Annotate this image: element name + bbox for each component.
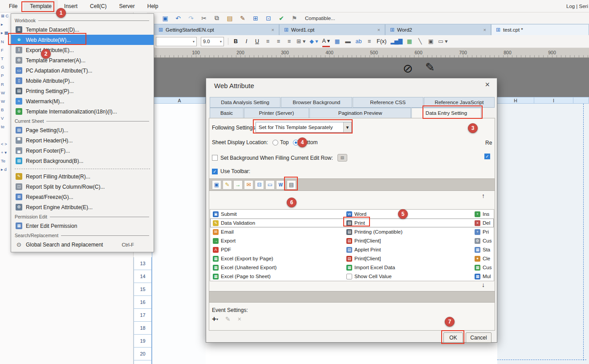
tab-pagination-preview[interactable]: Pagination Preview	[309, 108, 411, 118]
toolbar-list-row[interactable]: ▦ Excel (Export by Page) ▤ Print[Client]…	[210, 254, 494, 263]
align-center-icon[interactable]: ≡	[275, 36, 282, 46]
add-event-button[interactable]: +▾	[212, 315, 218, 324]
zoom-icon[interactable]: ⊡	[264, 15, 272, 22]
compatible-flag-icon[interactable]: ⚑	[290, 15, 298, 22]
insert-icon[interactable]: ⊟	[255, 180, 264, 190]
fill-color-icon[interactable]: ◆ ▾	[309, 36, 318, 46]
move-down-icon[interactable]: ↓	[482, 281, 485, 288]
menu-item-report-engine[interactable]: ⚙ Report Engine Attribute(E)...	[11, 202, 154, 212]
italic-button[interactable]: I	[243, 36, 250, 46]
menu-file[interactable]: File	[3, 0, 24, 12]
row-header[interactable]: 18	[134, 322, 151, 335]
toolbar-list-row[interactable]: ▦ Excel (Page to Sheet) Show Cell Value …	[210, 272, 494, 281]
align-left-icon[interactable]: ≡	[264, 36, 271, 46]
row-header[interactable]: 19	[134, 335, 151, 348]
copy-icon[interactable]: ⧉	[213, 14, 221, 22]
set-background-checkbox[interactable]	[212, 155, 218, 161]
compatible-label[interactable]: Compatible...	[305, 16, 335, 21]
merge-cells-icon[interactable]: ▦	[334, 36, 341, 46]
toolbar-list-row[interactable]: ▣ Submit W Word + Ins	[210, 210, 494, 218]
dialog-tab[interactable]: Browser Background	[281, 97, 352, 108]
menu-item-template-parameter[interactable]: ⚙ Template Parameter(A)...	[11, 55, 154, 65]
edit-pencil-icon[interactable]: ✎	[425, 61, 435, 74]
login-status-text[interactable]: Log | Seri	[566, 0, 588, 12]
textbox-icon[interactable]: ▣	[427, 36, 434, 46]
close-icon[interactable]: ×	[485, 80, 490, 89]
cancel-button[interactable]: Cancel	[466, 332, 492, 343]
radio-top[interactable]: Top	[272, 139, 288, 146]
menu-help[interactable]: Help	[141, 0, 165, 12]
menu-item-repeat-freeze[interactable]: ⊞ Repeat/Freeze(G)...	[11, 192, 154, 202]
menu-item-mobile-attribute[interactable]: ▯ Mobile Attribute(P)...	[11, 76, 154, 86]
column-header-h[interactable]: H	[497, 97, 534, 104]
cut-icon[interactable]: ✂	[200, 15, 208, 22]
chevron-down-icon[interactable]: ▾	[343, 122, 351, 132]
row-header[interactable]: 15	[134, 283, 151, 296]
menu-template[interactable]: Template	[24, 0, 58, 12]
image-icon[interactable]: ▦	[406, 36, 413, 46]
column-header-a[interactable]: A	[154, 97, 206, 104]
hide-preview-icon[interactable]: ⊘	[403, 61, 413, 76]
tab-printer-server[interactable]: Printer (Server)	[244, 108, 309, 118]
align-right-icon[interactable]: ≡	[286, 36, 292, 46]
font-family-select[interactable]: ▾	[156, 37, 197, 46]
dialog-tab[interactable]: Reference CSS	[353, 97, 423, 108]
row-header[interactable]: 21	[134, 360, 151, 364]
word-icon[interactable]: W	[276, 180, 285, 190]
font-size-select[interactable]: 9.0 ▾	[201, 37, 224, 46]
close-icon[interactable]: ×	[272, 27, 274, 32]
clipped-checkbox[interactable]	[484, 154, 490, 159]
menu-item-watermark[interactable]: ≈ Watermark(M)...	[11, 96, 154, 106]
dialog-tab[interactable]: Reference JavaScript	[424, 97, 495, 108]
delete-event-icon[interactable]: ×	[238, 315, 241, 323]
data-validation-icon[interactable]: ✎	[223, 180, 232, 190]
toolbar-list-row[interactable]: ▦ Excel (Unaltered Export) ▦ Import Exce…	[210, 263, 494, 272]
row-header[interactable]: 17	[134, 309, 151, 322]
bold-button[interactable]: B	[232, 36, 239, 46]
following-settings-select[interactable]: Set for This Template Separately ▾	[256, 122, 352, 133]
ab-icon[interactable]: ab	[355, 36, 362, 46]
paste-icon[interactable]: ▤	[226, 15, 234, 22]
menu-item-printing-setting[interactable]: ▤ Printing Setting(P)...	[11, 86, 154, 96]
edit-event-icon[interactable]: ✎	[225, 315, 231, 323]
underline-button[interactable]: U	[254, 36, 260, 46]
tab-word1[interactable]: ⊞ Word1.cpt ×	[279, 24, 385, 35]
wrap-text-icon[interactable]: ≡	[366, 36, 373, 46]
redo-icon[interactable]: ↷	[187, 15, 195, 22]
toolbar-list-row[interactable]: ✉ Email ▤ Printing (Compatible) + Pri	[210, 227, 494, 236]
format-painter-icon[interactable]: ✎	[239, 15, 247, 22]
column-header-i[interactable]: I	[534, 97, 573, 104]
close-icon[interactable]: ×	[378, 27, 380, 32]
sheet-area-left[interactable]	[152, 104, 206, 364]
print-icon[interactable]: ▤	[287, 180, 296, 190]
menu-item-page-setting[interactable]: ▤ Page Setting(U)...	[11, 125, 154, 135]
save-icon[interactable]: ▣	[161, 15, 169, 22]
chart-icon[interactable]: ▂▅▇	[390, 36, 402, 46]
menu-item-i18n[interactable]: ⊚ Template Internationalization(i18n)(I)…	[11, 106, 154, 117]
use-toolbar-checkbox[interactable]	[212, 169, 218, 174]
tab-basic[interactable]: Basic	[210, 108, 244, 118]
export-icon[interactable]: →	[233, 180, 243, 190]
background-picker-icon[interactable]: ▨	[337, 154, 347, 162]
menu-item-report-split[interactable]: ◫ Report Split by Column/Row(C)...	[11, 182, 154, 192]
line-icon[interactable]: ╲	[417, 36, 423, 46]
menu-item-pc-adaptation[interactable]: ▭ PC Adaptation Attribute(T)...	[11, 65, 154, 76]
menu-cell[interactable]: Cell(C)	[84, 0, 113, 12]
menu-item-web-attribute[interactable]: ⊕ Web Attribute(W)...	[11, 35, 154, 45]
horizontal-line-icon[interactable]: ▬	[345, 36, 351, 46]
tab-data-entry-setting[interactable]: Data Entry Setting	[411, 108, 481, 118]
tab-gettingstarteden[interactable]: ⊞ GettingStartedEN.cpt ×	[154, 24, 279, 35]
check-icon[interactable]: ✔	[277, 15, 285, 22]
submit-icon[interactable]: ▣	[212, 180, 221, 190]
toolbar-list-row[interactable]: A PDF ▤ Applet Print ▦ Sta	[210, 245, 494, 254]
formula-icon[interactable]: F(x)	[377, 36, 386, 46]
menu-item-report-header[interactable]: ▀ Report Header(H)...	[11, 135, 154, 146]
sheet-area-right[interactable]	[497, 104, 589, 364]
widget-icon[interactable]: ▭ ▾	[438, 36, 448, 46]
table-icon[interactable]: ⊞	[252, 15, 260, 22]
tab-test-cpt[interactable]: ⊞ test.cpt *	[491, 24, 589, 35]
row-header[interactable]: 20	[134, 348, 151, 360]
email-icon[interactable]: ✉	[244, 180, 253, 190]
dialog-tab[interactable]: Data Analysis Setting	[210, 97, 280, 108]
undo-icon[interactable]: ↶	[174, 15, 182, 22]
